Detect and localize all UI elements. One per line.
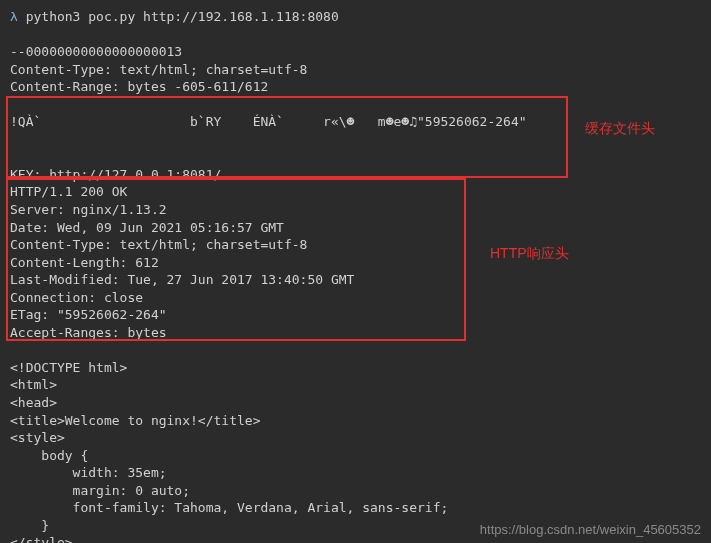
http-line-3: Content-Type: text/html; charset=utf-8: [10, 236, 701, 254]
content-range: Content-Range: bytes -605-611/612: [10, 78, 701, 96]
html-line-7: margin: 0 auto;: [10, 482, 701, 500]
watermark-text: https://blog.csdn.net/weixin_45605352: [480, 522, 701, 537]
content-type-1: Content-Type: text/html; charset=utf-8: [10, 61, 701, 79]
command-line: λ python3 poc.py http://192.168.1.118:80…: [10, 8, 701, 26]
html-line-6: width: 35em;: [10, 464, 701, 482]
http-line-5: Last-Modified: Tue, 27 Jun 2017 13:40:50…: [10, 271, 701, 289]
http-line-7: ETag: "59526062-264": [10, 306, 701, 324]
html-line-2: <head>: [10, 394, 701, 412]
http-line-6: Connection: close: [10, 289, 701, 307]
prompt-symbol: λ: [10, 9, 18, 24]
http-line-1: Server: nginx/1.13.2: [10, 201, 701, 219]
http-line-4: Content-Length: 612: [10, 254, 701, 272]
key-line: KEY: http://127.0.0.1:8081/: [10, 166, 701, 184]
cache-header-label: 缓存文件头: [585, 120, 655, 138]
html-line-1: <html>: [10, 376, 701, 394]
boundary-line: --00000000000000000013: [10, 43, 701, 61]
http-response-label: HTTP响应头: [490, 245, 569, 263]
html-line-0: <!DOCTYPE html>: [10, 359, 701, 377]
html-line-8: font-family: Tahoma, Verdana, Arial, san…: [10, 499, 701, 517]
http-line-2: Date: Wed, 09 Jun 2021 05:16:57 GMT: [10, 219, 701, 237]
html-line-5: body {: [10, 447, 701, 465]
terminal-output: λ python3 poc.py http://192.168.1.118:80…: [10, 8, 701, 543]
command-text: python3 poc.py http://192.168.1.118:8080: [26, 9, 339, 24]
html-line-3: <title>Welcome to nginx!</title>: [10, 412, 701, 430]
http-line-0: HTTP/1.1 200 OK: [10, 183, 701, 201]
http-line-8: Accept-Ranges: bytes: [10, 324, 701, 342]
html-line-4: <style>: [10, 429, 701, 447]
